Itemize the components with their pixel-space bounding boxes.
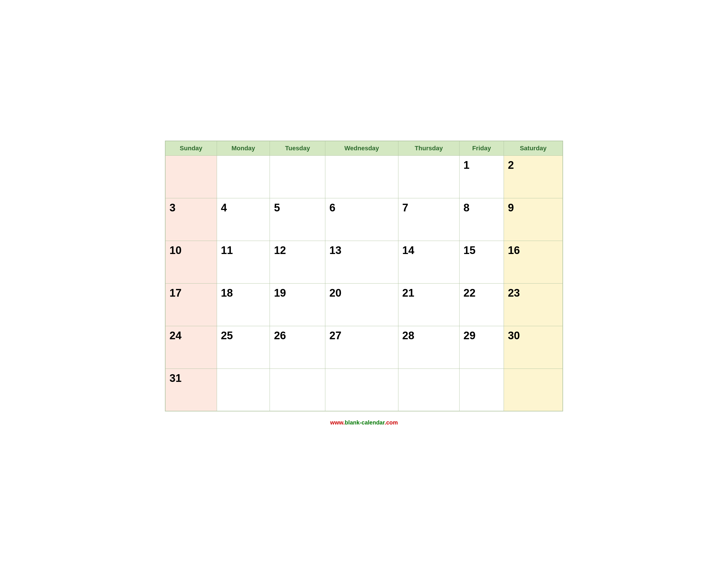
calendar-cell[interactable]: 16 xyxy=(504,241,563,283)
calendar-week-3: 10111213141516 xyxy=(165,241,563,283)
calendar-cell[interactable]: 18 xyxy=(217,283,270,326)
calendar-cell[interactable] xyxy=(165,156,217,198)
footer-domain: blank-calendar xyxy=(345,419,384,426)
calendar-cell[interactable]: 8 xyxy=(459,198,504,241)
header-tuesday: Tuesday xyxy=(270,141,325,156)
header-thursday: Thursday xyxy=(398,141,459,156)
calendar-cell[interactable]: 19 xyxy=(270,283,325,326)
calendar-cell[interactable]: 31 xyxy=(165,368,217,411)
calendar-cell[interactable]: 2 xyxy=(504,156,563,198)
footer: www.blank-calendar.com xyxy=(165,419,563,426)
calendar-cell[interactable]: 7 xyxy=(398,198,459,241)
calendar-cell[interactable] xyxy=(217,156,270,198)
calendar-cell[interactable]: 20 xyxy=(325,283,398,326)
calendar-cell[interactable]: 27 xyxy=(325,326,398,368)
calendar-cell[interactable]: 26 xyxy=(270,326,325,368)
calendar-cell[interactable] xyxy=(459,368,504,411)
calendar-cell[interactable]: 1 xyxy=(459,156,504,198)
calendar-cell[interactable] xyxy=(325,368,398,411)
footer-text: www.blank-calendar.com xyxy=(330,419,398,426)
calendar-cell[interactable]: 11 xyxy=(217,241,270,283)
calendar-cell[interactable]: 22 xyxy=(459,283,504,326)
calendar-week-5: 24252627282930 xyxy=(165,326,563,368)
calendar-cell[interactable]: 3 xyxy=(165,198,217,241)
header-row: Sunday Monday Tuesday Wednesday Thursday… xyxy=(165,141,563,156)
calendar-cell[interactable]: 29 xyxy=(459,326,504,368)
calendar-cell[interactable]: 10 xyxy=(165,241,217,283)
calendar-table: Sunday Monday Tuesday Wednesday Thursday… xyxy=(165,141,563,412)
calendar-cell[interactable] xyxy=(398,156,459,198)
calendar-cell[interactable]: 30 xyxy=(504,326,563,368)
calendar-cell[interactable]: 28 xyxy=(398,326,459,368)
calendar-cell[interactable]: 21 xyxy=(398,283,459,326)
calendar-cell[interactable]: 17 xyxy=(165,283,217,326)
header-monday: Monday xyxy=(217,141,270,156)
calendar-cell[interactable] xyxy=(398,368,459,411)
calendar-week-4: 17181920212223 xyxy=(165,283,563,326)
calendar-cell[interactable]: 4 xyxy=(217,198,270,241)
calendar-cell[interactable]: 25 xyxy=(217,326,270,368)
calendar-cell[interactable] xyxy=(217,368,270,411)
calendar-cell[interactable] xyxy=(270,368,325,411)
header-sunday: Sunday xyxy=(165,141,217,156)
calendar-cell[interactable]: 9 xyxy=(504,198,563,241)
header-wednesday: Wednesday xyxy=(325,141,398,156)
calendar-cell[interactable]: 13 xyxy=(325,241,398,283)
calendar-cell[interactable]: 24 xyxy=(165,326,217,368)
calendar-cell[interactable]: 14 xyxy=(398,241,459,283)
header-saturday: Saturday xyxy=(504,141,563,156)
calendar-week-6: 31 xyxy=(165,368,563,411)
calendar-body: 1234567891011121314151617181920212223242… xyxy=(165,156,563,411)
calendar-cell[interactable]: 5 xyxy=(270,198,325,241)
calendar-cell[interactable]: 6 xyxy=(325,198,398,241)
calendar-cell[interactable] xyxy=(325,156,398,198)
header-friday: Friday xyxy=(459,141,504,156)
page-container: Sunday Monday Tuesday Wednesday Thursday… xyxy=(165,136,563,426)
calendar-cell[interactable]: 12 xyxy=(270,241,325,283)
calendar-cell[interactable]: 23 xyxy=(504,283,563,326)
calendar-week-1: 12 xyxy=(165,156,563,198)
calendar-week-2: 3456789 xyxy=(165,198,563,241)
calendar-cell[interactable]: 15 xyxy=(459,241,504,283)
calendar-cell[interactable] xyxy=(504,368,563,411)
calendar-cell[interactable] xyxy=(270,156,325,198)
